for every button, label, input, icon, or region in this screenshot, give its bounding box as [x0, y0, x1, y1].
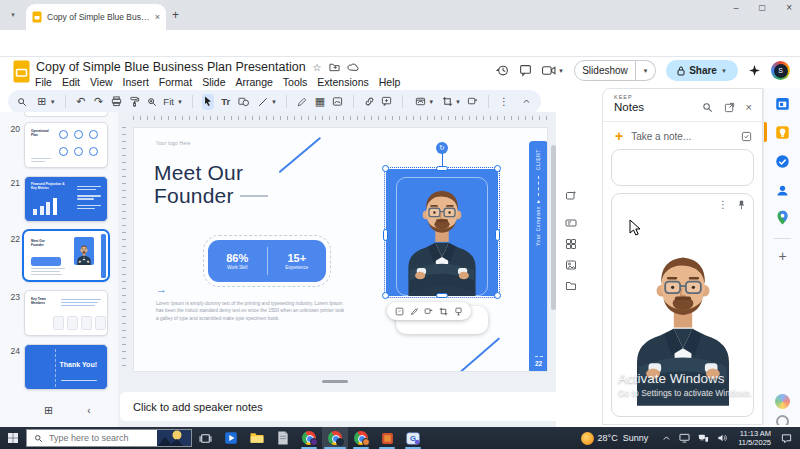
account-avatar[interactable]: S	[771, 61, 790, 80]
slideshow-button[interactable]: Slideshow	[574, 60, 636, 81]
slide-decor-line-top[interactable]	[279, 137, 322, 174]
draw-icon[interactable]	[410, 307, 419, 316]
alt-text-icon[interactable]: ▼	[412, 94, 434, 110]
comment-history-icon[interactable]	[519, 64, 532, 77]
new-tab-button[interactable]: +	[172, 8, 179, 22]
paint-format-icon[interactable]	[128, 94, 141, 110]
resize-handle-w[interactable]	[383, 229, 388, 241]
resize-handle-n[interactable]	[436, 166, 448, 171]
search-highlight-image[interactable]	[157, 429, 191, 447]
slides-logo[interactable]	[13, 60, 30, 83]
taskbar-app-red[interactable]	[374, 427, 400, 449]
camera-dropdown-icon[interactable]: ▼	[558, 68, 564, 74]
select-tool[interactable]	[202, 94, 215, 110]
zoom-icon[interactable]	[146, 94, 159, 110]
taskbar-search-box[interactable]	[26, 429, 192, 447]
redo-icon[interactable]: ↷	[92, 94, 105, 110]
menu-view[interactable]: View	[85, 75, 118, 89]
weather-text[interactable]: 28°C Sunny	[598, 433, 649, 443]
keep-search-icon[interactable]	[702, 102, 713, 113]
taskbar-notepad-app[interactable]	[270, 427, 296, 449]
collapse-filmstrip-icon[interactable]: ‹	[87, 405, 90, 416]
slide-decor-line-bottom[interactable]	[460, 337, 501, 372]
keep-close-icon[interactable]: ×	[746, 101, 752, 113]
move-folder-icon[interactable]	[329, 62, 340, 72]
hidden-icons-chevron[interactable]	[662, 434, 671, 442]
resize-handle-s[interactable]	[436, 293, 448, 298]
shape-tool[interactable]	[237, 94, 250, 110]
share-button[interactable]: Share ▼	[666, 60, 738, 81]
line-tool[interactable]: ▼	[255, 94, 277, 110]
slide-thumbnail-23[interactable]: Key Team Members	[24, 290, 108, 336]
contacts-icon[interactable]	[775, 183, 790, 198]
window-maximize-button[interactable]: ▢	[759, 3, 767, 12]
resize-handle-se[interactable]	[494, 292, 501, 299]
tasks-icon[interactable]	[775, 154, 790, 169]
note-more-icon[interactable]: ⋮	[718, 199, 728, 210]
note-pin-icon[interactable]	[737, 200, 746, 210]
taskbar-movies-app[interactable]	[218, 427, 244, 449]
menu-arrange[interactable]: Arrange	[230, 75, 277, 89]
extension-icon-partial[interactable]	[776, 415, 789, 425]
crop-image-icon[interactable]: ▼	[439, 94, 461, 110]
insert-image-icon[interactable]	[565, 190, 577, 202]
gallery-grid-icon[interactable]	[565, 238, 577, 250]
notes-resize-handle[interactable]	[322, 380, 348, 383]
taskbar-search-input[interactable]	[49, 433, 151, 443]
slide-thumbnail-21[interactable]: Financial Projection & Key Metrics	[24, 176, 108, 222]
take-a-note-row[interactable]: + Take a note...	[615, 127, 752, 145]
version-history-icon[interactable]	[496, 64, 509, 77]
slide-thumbnail-20[interactable]: Operational Plan	[24, 122, 108, 168]
table-icon[interactable]: ▦	[313, 94, 326, 110]
new-slide-button[interactable]: ⊞▼	[34, 94, 56, 110]
menu-slide[interactable]: Slide	[197, 75, 230, 89]
slide-logo-text[interactable]: Your logo Here	[156, 141, 191, 146]
action-center-icon[interactable]	[781, 433, 792, 444]
slideshow-dropdown-button[interactable]: ▼	[636, 60, 656, 81]
slide-canvas[interactable]: Your logo Here Meet Our Founder 86% Work…	[133, 127, 548, 372]
pen-tool[interactable]	[296, 94, 309, 110]
menu-help[interactable]: Help	[374, 75, 406, 89]
slide-title[interactable]: Meet Our Founder	[154, 162, 268, 207]
menu-tools[interactable]: Tools	[278, 75, 313, 89]
card-view-icon[interactable]	[565, 217, 577, 229]
more-options-icon[interactable]: ⋮	[498, 94, 511, 110]
add-note-plus-icon[interactable]: +	[615, 128, 623, 144]
extension-icon[interactable]	[775, 394, 790, 409]
tray-display-icon[interactable]	[679, 433, 690, 443]
menu-file[interactable]: File	[30, 75, 57, 89]
window-minimize-button[interactable]: –	[734, 3, 739, 13]
taskbar-chrome-profile2-active[interactable]	[322, 427, 348, 449]
folder-icon[interactable]	[565, 280, 577, 292]
slide-arrow-decor[interactable]: →	[156, 283, 167, 295]
menu-format[interactable]: Format	[154, 75, 197, 89]
resize-handle-nw[interactable]	[382, 165, 389, 172]
get-addons-plus-icon[interactable]: +	[775, 248, 790, 263]
fit-zoom-select[interactable]: Fit▼	[163, 96, 183, 107]
grid-view-icon[interactable]: ⊞	[44, 404, 53, 417]
insert-link-icon[interactable]	[363, 94, 376, 110]
menu-edit[interactable]: Edit	[57, 75, 85, 89]
tab-close-icon[interactable]: ×	[155, 12, 160, 22]
speaker-notes[interactable]: Click to add speaker notes	[120, 392, 598, 421]
slide-thumbnail-22-selected[interactable]: Meet Our Founder	[22, 229, 110, 282]
rotate-handle[interactable]: ↻	[436, 142, 448, 154]
window-close-button[interactable]: ×	[786, 2, 792, 13]
menu-extensions[interactable]: Extensions	[312, 75, 373, 89]
new-list-checkbox-icon[interactable]	[741, 131, 752, 142]
slide-body-text[interactable]: Lorem Ipsum is simply dummy text of the …	[156, 300, 348, 322]
mask-image-icon[interactable]	[454, 307, 463, 316]
add-comment-icon[interactable]	[381, 94, 394, 110]
replace-image-icon[interactable]	[424, 307, 433, 316]
maps-icon[interactable]	[775, 210, 790, 225]
weather-sun-icon[interactable]	[581, 432, 594, 445]
meet-camera-icon[interactable]	[542, 65, 556, 76]
tray-volume-icon[interactable]	[717, 433, 728, 443]
menu-insert[interactable]: Insert	[118, 75, 154, 89]
resize-handle-ne[interactable]	[494, 165, 501, 172]
calendar-icon[interactable]	[775, 96, 790, 111]
resize-handle-sw[interactable]	[382, 292, 389, 299]
tab-search-chevron-icon[interactable]: ▾	[6, 8, 20, 22]
image-placeholder-icon[interactable]	[331, 94, 344, 110]
gemini-sparkle-icon[interactable]	[748, 64, 761, 77]
